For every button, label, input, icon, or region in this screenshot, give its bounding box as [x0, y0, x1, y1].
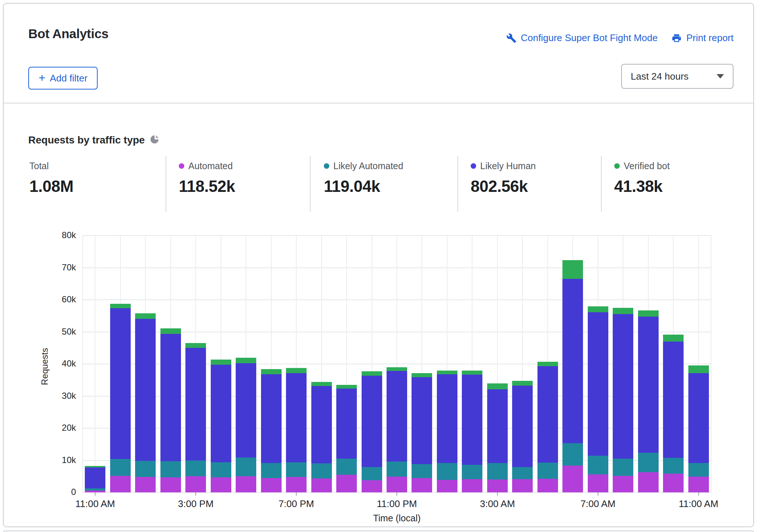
bar-segment-likely-human[interactable]: [537, 366, 558, 463]
bar-segment-automated[interactable]: [160, 477, 181, 492]
bar-segment-automated[interactable]: [336, 475, 357, 492]
bar-segment-verified-bot[interactable]: [336, 385, 357, 389]
bar-segment-likely-automated[interactable]: [286, 462, 307, 477]
bar-segment-automated[interactable]: [236, 476, 256, 492]
bar-segment-verified-bot[interactable]: [311, 382, 332, 386]
bar-segment-likely-automated[interactable]: [663, 458, 684, 474]
bar-segment-automated[interactable]: [562, 466, 583, 493]
bar-segment-likely-automated[interactable]: [412, 464, 432, 478]
bar-segment-verified-bot[interactable]: [110, 304, 131, 308]
bar-segment-automated[interactable]: [185, 476, 206, 492]
bar-segment-verified-bot[interactable]: [236, 358, 256, 363]
bar-segment-likely-human[interactable]: [261, 374, 282, 463]
bar-segment-verified-bot[interactable]: [387, 367, 407, 371]
bar-segment-verified-bot[interactable]: [487, 383, 508, 390]
bar-segment-likely-automated[interactable]: [537, 463, 558, 479]
configure-super-bot-fight-mode-link[interactable]: Configure Super Bot Fight Mode: [506, 32, 658, 44]
bar-segment-automated[interactable]: [638, 472, 659, 492]
bar-segment-likely-human[interactable]: [160, 334, 181, 461]
bar-segment-automated[interactable]: [135, 477, 156, 492]
bar-segment-verified-bot[interactable]: [462, 371, 482, 375]
bar-segment-likely-automated[interactable]: [562, 443, 583, 465]
bar-segment-verified-bot[interactable]: [185, 343, 206, 348]
bar-segment-automated[interactable]: [311, 478, 332, 493]
bar-segment-likely-automated[interactable]: [135, 461, 156, 477]
bar-segment-likely-human[interactable]: [638, 317, 659, 453]
bar-segment-likely-human[interactable]: [110, 308, 131, 459]
bar-segment-automated[interactable]: [286, 477, 307, 492]
add-filter-button[interactable]: + Add filter: [28, 67, 98, 90]
bar-segment-verified-bot[interactable]: [663, 335, 684, 341]
bar-segment-likely-human[interactable]: [613, 314, 633, 459]
bar-segment-likely-automated[interactable]: [362, 467, 382, 480]
bar-segment-likely-automated[interactable]: [261, 463, 282, 478]
bar-segment-likely-automated[interactable]: [638, 453, 659, 472]
bar-segment-likely-human[interactable]: [185, 348, 206, 460]
bar-segment-likely-human[interactable]: [487, 389, 508, 463]
bar-segment-automated[interactable]: [437, 480, 457, 492]
bar-segment-likely-automated[interactable]: [85, 488, 105, 491]
bar-segment-likely-human[interactable]: [437, 374, 457, 463]
bar-segment-likely-automated[interactable]: [487, 463, 508, 480]
bar-segment-likely-human[interactable]: [311, 386, 332, 463]
bar-segment-verified-bot[interactable]: [362, 371, 382, 375]
bar-segment-automated[interactable]: [613, 476, 633, 493]
bar-segment-automated[interactable]: [462, 479, 482, 492]
bar-segment-verified-bot[interactable]: [286, 368, 307, 373]
bar-segment-automated[interactable]: [261, 478, 282, 492]
bar-segment-automated[interactable]: [537, 479, 558, 492]
bar-segment-verified-bot[interactable]: [562, 260, 583, 279]
bar-segment-automated[interactable]: [211, 477, 231, 492]
bar-segment-likely-human[interactable]: [512, 386, 533, 467]
bar-segment-likely-automated[interactable]: [236, 458, 256, 477]
bar-segment-automated[interactable]: [512, 479, 533, 492]
bar-segment-verified-bot[interactable]: [412, 373, 432, 377]
bar-segment-likely-automated[interactable]: [160, 461, 181, 477]
bar-segment-likely-automated[interactable]: [211, 462, 231, 477]
bar-segment-likely-automated[interactable]: [311, 463, 332, 478]
bar-segment-verified-bot[interactable]: [160, 328, 181, 334]
bar-segment-likely-human[interactable]: [663, 342, 684, 458]
bar-segment-likely-human[interactable]: [688, 373, 709, 463]
bar-segment-verified-bot[interactable]: [537, 362, 558, 366]
bar-segment-likely-human[interactable]: [236, 363, 256, 457]
bar-segment-verified-bot[interactable]: [638, 310, 659, 317]
bar-segment-verified-bot[interactable]: [85, 466, 105, 467]
bar-segment-likely-automated[interactable]: [688, 463, 709, 477]
bar-segment-verified-bot[interactable]: [261, 369, 282, 374]
bar-segment-likely-human[interactable]: [362, 376, 382, 467]
bar-segment-verified-bot[interactable]: [211, 360, 231, 365]
bar-segment-likely-automated[interactable]: [387, 462, 407, 477]
bar-segment-verified-bot[interactable]: [512, 381, 533, 385]
bar-segment-likely-automated[interactable]: [110, 459, 131, 476]
bar-segment-verified-bot[interactable]: [588, 306, 608, 313]
bar-segment-likely-human[interactable]: [286, 373, 307, 462]
bar-segment-automated[interactable]: [588, 474, 608, 492]
print-report-link[interactable]: Print report: [671, 32, 734, 44]
bar-segment-verified-bot[interactable]: [613, 308, 633, 314]
bar-segment-likely-automated[interactable]: [437, 463, 457, 480]
bar-segment-automated[interactable]: [663, 474, 684, 492]
time-range-dropdown[interactable]: Last 24 hours: [621, 64, 734, 89]
bar-segment-likely-human[interactable]: [387, 371, 407, 462]
bar-segment-likely-human[interactable]: [211, 365, 231, 462]
bar-segment-likely-human[interactable]: [135, 319, 156, 461]
bar-segment-likely-automated[interactable]: [336, 459, 357, 475]
bar-segment-likely-human[interactable]: [562, 279, 583, 443]
bar-segment-likely-automated[interactable]: [512, 467, 533, 479]
bar-segment-automated[interactable]: [387, 477, 407, 492]
bar-segment-likely-human[interactable]: [336, 389, 357, 459]
bar-segment-likely-human[interactable]: [85, 467, 105, 488]
bar-segment-automated[interactable]: [110, 476, 131, 493]
bar-segment-verified-bot[interactable]: [688, 365, 709, 374]
bar-segment-automated[interactable]: [487, 480, 508, 492]
bar-segment-likely-automated[interactable]: [185, 460, 206, 477]
bar-segment-verified-bot[interactable]: [437, 371, 457, 375]
bar-segment-verified-bot[interactable]: [135, 313, 156, 319]
bar-segment-likely-automated[interactable]: [588, 456, 608, 474]
bar-segment-likely-automated[interactable]: [613, 459, 633, 475]
bar-segment-likely-automated[interactable]: [462, 465, 482, 479]
bar-segment-automated[interactable]: [362, 480, 382, 492]
bar-segment-automated[interactable]: [412, 478, 432, 492]
bar-segment-automated[interactable]: [688, 477, 709, 492]
